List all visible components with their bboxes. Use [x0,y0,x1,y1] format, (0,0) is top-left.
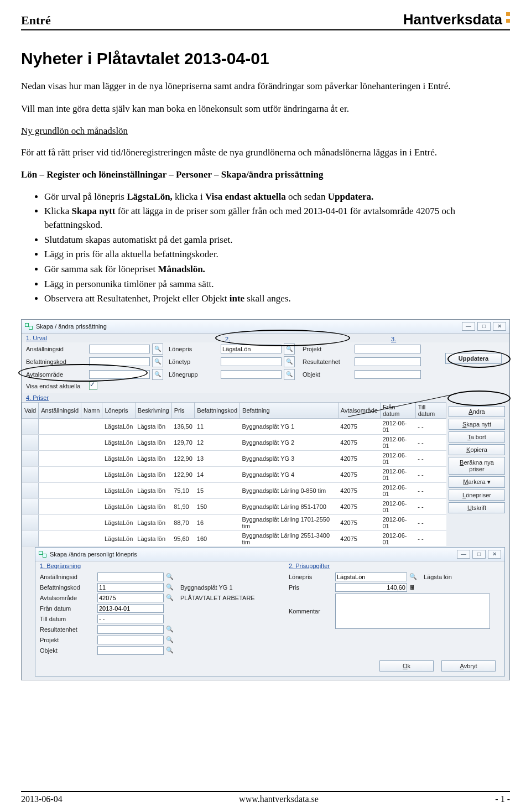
label-lonegrupp: Lönegrupp [169,371,218,378]
lookup-icon[interactable]: 🔍 [166,584,178,591]
lookup-icon[interactable]: 🔍 [166,647,178,654]
minimize-icon[interactable]: — [457,550,470,559]
label-befattningskod: Befattningskod [26,358,87,365]
input-lonepris2[interactable] [335,572,407,581]
markera-button[interactable]: Markera ▾ [449,476,505,488]
avbryt-button[interactable]: Avbryt [441,660,496,672]
lookup-icon[interactable]: 🔍 [166,626,178,633]
input-befattningskod[interactable] [89,357,150,366]
lookup-icon[interactable]: 🔍 [166,594,178,601]
table-row[interactable]: LägstaLönLägsta lön88,7016Byggnadsplåt L… [22,514,446,530]
table-row[interactable]: LägstaLönLägsta lön136,5011Byggnadsplåt … [22,418,446,434]
footer-date: 2013-06-04 [21,794,63,804]
label-anst: Anställningsid [40,574,95,580]
list-item: Klicka Skapa nytt för att lägga in de pr… [44,205,510,232]
price-table: ValdAnställningsidNamnLöneprisBeskrivnin… [22,402,446,547]
label-avtalsomrade: Avtalsområde [26,371,87,378]
lookup-icon[interactable]: 🔍 [409,573,421,580]
maximize-icon[interactable]: □ [477,322,491,331]
table-row[interactable]: LägstaLönLägsta lön129,7012Byggnadsplåt … [22,434,446,450]
footer-url: www.hantverksdata.se [239,794,319,804]
input-proj[interactable] [97,636,164,644]
input-pris[interactable] [335,583,407,592]
table-row[interactable]: LägstaLönLägsta lön75,1015Byggnadsplåt L… [22,482,446,498]
label-lonepris: Lönepris [169,346,218,352]
nav-path: Lön – Register och löneinställningar – P… [21,169,510,180]
close-icon[interactable]: ✕ [493,322,506,331]
app-screenshot: Skapa / ändra prissättning — □ ✕ 1. Urva… [21,319,510,680]
input-lonegrupp[interactable] [221,370,282,379]
input-avtalsomrade[interactable] [89,370,150,379]
list-item: Lägg in pris för alla aktuella befattnin… [44,248,510,262]
brand-left: Entré [21,13,51,28]
table-row[interactable]: LägstaLönLägsta lön122,9013Byggnadsplåt … [22,450,446,466]
lönepriser-button[interactable]: Lönepriser [449,490,505,501]
label-fran: Från datum [40,605,95,612]
app-icon [25,323,33,330]
input-projekt[interactable] [355,345,421,353]
page-title: Nyheter i Plåtavtalet 2013-04-01 [21,49,510,68]
ta-bort-button[interactable]: Ta bort [449,431,505,443]
table-row[interactable]: LägstaLönLägsta lön81,90150Byggnadsplåt … [22,498,446,514]
input-obj[interactable] [97,646,164,655]
section-2-label: 2. [221,335,230,343]
lookup-icon[interactable]: 🔍 [166,636,178,643]
lookup-icon[interactable]: 🔍 [152,356,163,367]
table-row[interactable]: LägstaLönLägsta lön122,9014Byggnadsplåt … [22,466,446,482]
input-bef[interactable] [97,583,164,592]
label-avtal: Avtalsområde [40,595,95,601]
label-visa-aktuella: Visa endast aktuella [26,383,87,389]
ok-button[interactable]: OOkk [379,660,434,672]
lookup-icon[interactable]: 🔍 [284,343,295,355]
intro-2: Vill man inte göra detta själv kan man b… [21,103,510,116]
utskrift-button[interactable]: Utskrift [449,502,505,513]
column-header: Från datum [380,402,415,418]
section-begransning: 1. Begränsning [35,561,284,570]
table-row[interactable]: LägstaLönLägsta lön95,60160Byggnadsplåt … [22,530,446,546]
kopiera-button[interactable]: Kopiera [449,444,505,455]
input-fran[interactable] [97,604,164,613]
lookup-icon[interactable]: 🔍 [284,369,295,380]
ändra-button[interactable]: Ändra [449,406,505,417]
list-item: Observera att Resultatenhet, Projekt ell… [44,292,510,306]
lookup-icon[interactable]: 🔍 [284,356,295,367]
calc-icon[interactable]: 🖩 [409,584,421,591]
input-res[interactable] [97,625,164,634]
section-heading: Ny grundlön och månadslön [21,126,510,137]
label-pris: Pris [289,584,333,591]
input-anst[interactable] [97,572,164,581]
intro-1: Nedan visas hur man lägger in de nya lön… [21,80,510,93]
input-till[interactable] [97,615,164,623]
input-objekt[interactable] [355,370,421,379]
column-header: Namn [81,402,102,418]
label-till: Till datum [40,616,95,622]
skapa-nytt-button[interactable]: Skapa nytt [449,419,505,430]
uppdatera-button[interactable]: Uppdatera [445,353,502,364]
window-title-main: Skapa / ändra prissättning [36,323,107,330]
brand-right: Hantverksdata [403,11,510,28]
lookup-icon[interactable]: 🔍 [166,573,178,580]
bullet-list: Gör urval på lönepris LägstaLön, klicka … [21,190,510,306]
input-lonepris[interactable] [221,345,282,353]
window-titlebar-sub: Skapa /ändra personligt lönepris — □ ✕ [35,548,504,561]
avtal-desc: PLÅTAVTALET ARBETARE [180,595,280,601]
lookup-icon[interactable]: 🔍 [152,343,163,355]
maximize-icon[interactable]: □ [472,550,486,559]
label-projekt: Projekt [303,346,352,352]
label-resultatenhet: Resultatenhet [303,358,352,365]
label-res: Resultatenhet [40,626,95,633]
input-anstallningsid[interactable] [89,345,150,353]
section-prisuppgifter: 2. Prisuppgifter [284,561,504,570]
close-icon[interactable]: ✕ [488,550,501,559]
input-avtal[interactable] [97,594,164,602]
lonepris-desc: Lägsta lön [424,574,490,580]
beräkna-nya-priser-button[interactable]: Beräkna nya priser [449,457,505,475]
input-resultatenhet[interactable] [355,357,421,366]
para-2: För att få rätt priser vid tid/löneregis… [21,147,510,159]
input-lonetyp[interactable] [221,357,282,366]
checkbox-visa-aktuella[interactable] [89,382,97,390]
minimize-icon[interactable]: — [462,322,475,331]
window-title-sub: Skapa /ändra personligt lönepris [50,551,137,558]
lookup-icon[interactable]: 🔍 [152,369,163,380]
input-kommentar[interactable] [335,594,490,629]
